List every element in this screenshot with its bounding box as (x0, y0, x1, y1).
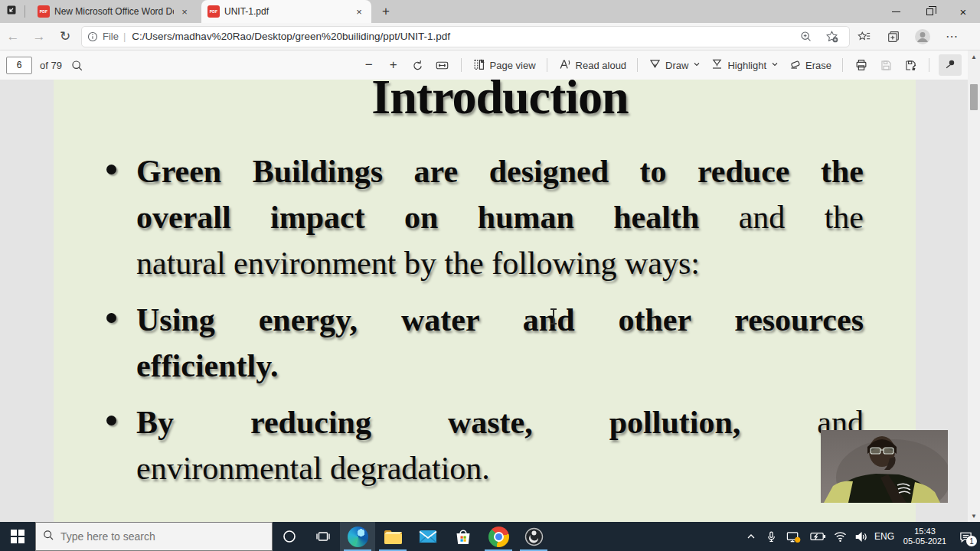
search-input[interactable] (60, 530, 244, 543)
draw-label: Draw (665, 60, 688, 71)
system-tray: ENG 15:43 05-05-2021 1 (743, 522, 980, 551)
print-icon[interactable] (852, 54, 871, 76)
taskbar-store-icon[interactable] (446, 522, 481, 551)
taskbar-clock[interactable]: 15:43 05-05-2021 (900, 527, 950, 546)
draw-icon (648, 57, 662, 73)
tab-actions-button[interactable] (0, 0, 23, 23)
window-controls: × (879, 0, 980, 23)
profile-avatar[interactable] (908, 25, 937, 48)
draw-button[interactable]: Draw (647, 54, 703, 76)
page-number-input[interactable] (6, 57, 32, 74)
new-tab-button[interactable]: + (376, 2, 396, 21)
start-button[interactable] (0, 522, 35, 551)
tray-expand-icon[interactable] (743, 530, 759, 543)
tab-bar: PDF New Microsoft Office Word Doc × PDF … (0, 0, 980, 23)
erase-button[interactable]: Erase (787, 54, 833, 76)
browser-menu-button[interactable]: ⋯ (937, 25, 966, 48)
pdf-content-area[interactable]: Introduction Green Buildings are designe… (0, 80, 980, 522)
page-view-label: Page view (490, 60, 536, 71)
info-icon[interactable] (87, 31, 99, 43)
page-count-label: of 79 (40, 60, 62, 71)
tab-title: New Microsoft Office Word Doc (54, 6, 174, 17)
read-aloud-icon (558, 57, 572, 73)
pdf-file-icon: PDF (207, 5, 220, 18)
save-as-icon[interactable] (901, 54, 920, 76)
volume-icon[interactable] (854, 530, 869, 543)
display-notification-icon[interactable] (785, 530, 803, 544)
erase-label: Erase (805, 60, 831, 71)
bullet-line: efficiently. (136, 343, 864, 389)
bullet-text: natural environment by the following way… (136, 246, 700, 281)
bullet-line: environmental degradation. (136, 445, 864, 491)
clock-time: 15:43 (900, 527, 950, 536)
chevron-down-icon[interactable] (770, 60, 779, 71)
webcam-overlay (821, 430, 948, 503)
url-scheme-label: File (103, 31, 119, 42)
forward-button[interactable]: → (26, 25, 52, 48)
read-aloud-button[interactable]: Read aloud (557, 54, 629, 76)
bullet-text-bold: Green Buildings are designed to reduce t… (136, 154, 864, 189)
scroll-up-icon[interactable]: ▲ (971, 51, 977, 63)
wifi-icon[interactable] (833, 530, 848, 543)
taskbar-file-explorer-icon[interactable] (375, 522, 410, 551)
action-center-button[interactable]: 1 (956, 530, 975, 543)
bullet-line: overall impact on human health and the (136, 194, 864, 240)
zoom-out-button[interactable]: − (360, 54, 378, 76)
pdf-toolbar: of 79 − + Page view Read aloud Draw (0, 51, 980, 80)
search-icon[interactable] (68, 54, 87, 76)
url-field[interactable]: File | C:/Users/madhav%20Rao/Desktop/gre… (81, 26, 850, 47)
minimize-icon (892, 11, 900, 12)
slide-title: Introduction (136, 80, 864, 126)
add-favorite-icon[interactable] (818, 27, 844, 47)
save-icon[interactable] (877, 54, 895, 76)
page-view-button[interactable]: Page view (471, 54, 537, 76)
tab-actions-icon (5, 4, 18, 19)
rotate-icon[interactable] (409, 54, 427, 76)
favorites-bar-icon[interactable] (850, 25, 879, 48)
refresh-button[interactable]: ↻ (52, 25, 78, 48)
bullet-text-bold: efficiently. (136, 348, 278, 383)
collections-icon[interactable] (879, 25, 908, 48)
taskbar-edge-icon[interactable] (340, 522, 375, 551)
battery-charging-icon[interactable] (808, 530, 828, 543)
scroll-down-icon[interactable]: ▼ (971, 510, 977, 522)
url-text: C:/Users/madhav%20Rao/Desktop/green%20bu… (132, 31, 792, 42)
minimize-button[interactable] (879, 0, 913, 23)
store-icon (453, 527, 473, 546)
taskbar-search-box[interactable] (35, 522, 273, 551)
pdf-page: Introduction Green Buildings are designe… (54, 80, 916, 522)
cortana-button[interactable] (273, 522, 306, 551)
pdf-file-icon: PDF (38, 5, 50, 18)
highlight-icon (710, 57, 724, 73)
language-indicator[interactable]: ENG (874, 531, 894, 542)
bullet-line: natural environment by the following way… (136, 240, 864, 286)
tab-close-icon[interactable]: × (178, 5, 191, 18)
tab-unit1-pdf[interactable]: PDF UNIT-1.pdf × (201, 0, 371, 23)
slide-bullets: Green Buildings are designed to reduce t… (136, 148, 864, 491)
clock-date: 05-05-2021 (900, 536, 950, 546)
bullet-item: Green Buildings are designed to reduce t… (136, 148, 864, 286)
task-view-button[interactable] (306, 522, 340, 551)
vertical-scrollbar[interactable]: ▲ ▼ (968, 51, 980, 522)
scrollbar-thumb[interactable] (970, 84, 978, 110)
edge-browser-icon (348, 527, 368, 547)
close-button[interactable]: × (946, 0, 980, 23)
zoom-in-button[interactable]: + (384, 54, 403, 76)
restore-button[interactable] (913, 0, 946, 23)
tab-word-doc[interactable]: PDF New Microsoft Office Word Doc × (31, 0, 197, 23)
taskbar-obs-icon[interactable] (516, 522, 551, 551)
pin-toolbar-button[interactable] (939, 54, 962, 76)
taskbar: ENG 15:43 05-05-2021 1 (0, 522, 980, 551)
highlight-button[interactable]: Highlight (709, 54, 781, 76)
fit-to-width-icon[interactable] (433, 54, 452, 76)
zoom-page-icon[interactable] (792, 27, 818, 47)
read-aloud-label: Read aloud (576, 60, 627, 71)
tab-close-icon[interactable]: × (353, 5, 365, 18)
bullet-line: By reducing waste, pollution, and (136, 399, 864, 445)
taskbar-mail-icon[interactable] (410, 522, 446, 551)
microphone-icon[interactable] (764, 530, 779, 543)
taskbar-chrome-icon[interactable] (481, 522, 516, 551)
webcam-video (821, 430, 948, 503)
back-button[interactable]: ← (0, 25, 26, 48)
chevron-down-icon[interactable] (692, 60, 701, 71)
